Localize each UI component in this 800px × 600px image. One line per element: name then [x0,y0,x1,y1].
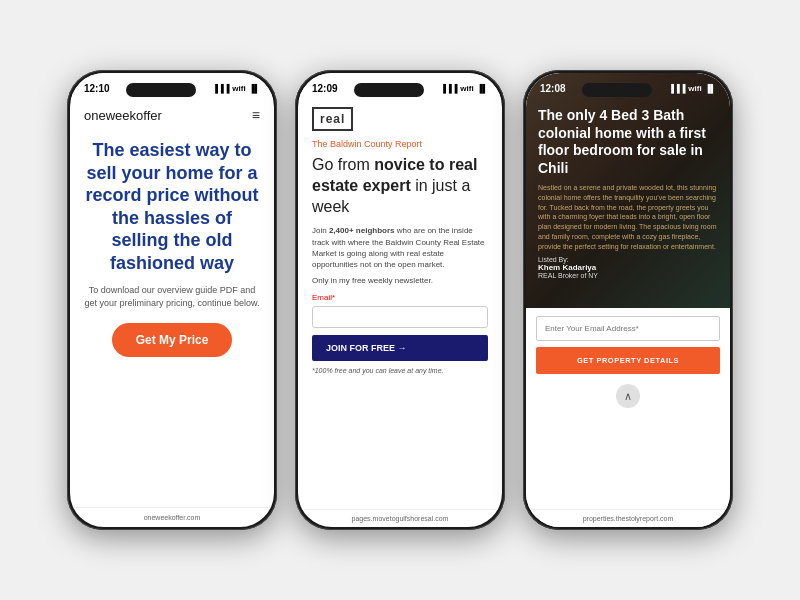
phone3-headline: The only 4 Bed 3 Bath colonial home with… [538,107,718,177]
join-free-button[interactable]: JOIN FOR FREE → [312,335,488,361]
battery-icon-3: ▐▌ [705,84,716,93]
phone2-footer: pages.movetogulfshoresal.com [298,509,502,527]
phone2-disclaimer: *100% free and you can leave at any time… [312,367,488,374]
desc-highlight: family room [552,233,588,240]
wifi-icon: wifi [232,84,245,93]
signal-icon: ▐▐▐ [212,84,229,93]
status-bar-2: 12:09 ▐▐▐ wifi ▐▌ [298,73,502,99]
phone3-text-area: The only 4 Bed 3 Bath colonial home with… [526,99,730,308]
status-time-3: 12:08 [540,83,566,94]
real-logo: real [312,107,353,131]
phones-container: 12:10 ▐▐▐ wifi ▐▌ oneweekoffer ≡ The eas… [47,50,753,550]
dynamic-island-2 [354,83,424,97]
phone1-url: oneweekoffer.com [144,514,201,521]
agent-title: REAL Broker of NY [538,272,598,279]
report-highlight: Report [395,139,422,149]
get-property-details-button[interactable]: GET PROPERTY DETAILS [536,347,720,374]
status-time-2: 12:09 [312,83,338,94]
phone3-description: Nestled on a serene and private wooded l… [538,183,718,252]
status-bar-3: 12:08 ▐▐▐ wifi ▐▌ [526,73,730,99]
phone1-content: oneweekoffer ≡ The easiest way to sell y… [70,99,274,527]
phone3-form-area: GET PROPERTY DETAILS ∧ [526,308,730,509]
body-text: Join [312,226,329,235]
phone2-content: real The Baldwin County Report Go from n… [298,99,502,509]
phone1-logo: oneweekoffer [84,108,162,123]
status-icons-3: ▐▐▐ wifi ▐▌ [668,84,716,93]
phone2-headline: Go from novice to real estate expert in … [312,155,488,217]
listed-by: Listed By: [538,256,569,263]
phone-3: 12:08 ▐▐▐ wifi ▐▌ The only 4 Bed 3 Bath … [523,70,733,530]
headline-plain: Go from [312,156,374,173]
battery-icon: ▐▌ [249,84,260,93]
status-time-1: 12:10 [84,83,110,94]
report-prefix: The Baldwin County [312,139,395,149]
desc-part1: Nestled on a serene and private wooded l… [538,184,716,240]
agent-name: Khem Kadariya [538,263,718,272]
battery-icon-2: ▐▌ [477,84,488,93]
status-icons-2: ▐▐▐ wifi ▐▌ [440,84,488,93]
phone2-body: Join 2,400+ neighbors who are on the ins… [312,225,488,270]
phone1-main: The easiest way to sell your home for a … [70,131,274,507]
phone1-headline: The easiest way to sell your home for a … [84,139,260,274]
phone3-url: properties.thestolyreport.com [583,515,674,522]
phone3-footer: properties.thestolyreport.com [526,509,730,527]
phone3-agent: Listed By: Khem Kadariya REAL Broker of … [538,256,718,279]
report-label: The Baldwin County Report [312,139,488,149]
status-icons-1: ▐▐▐ wifi ▐▌ [212,84,260,93]
phone2-url: pages.movetogulfshoresal.com [352,515,449,522]
dynamic-island-1 [126,83,196,97]
wifi-icon-2: wifi [460,84,473,93]
scroll-up-button[interactable]: ∧ [536,380,720,412]
phone2-body2: Only in my free weekly newsletter. [312,276,488,285]
phone3-content: The only 4 Bed 3 Bath colonial home with… [526,99,730,527]
real-logo-text: real [320,112,345,126]
phone1-subtext: To download our overview guide PDF and g… [84,284,260,309]
logo-first: oneweek [84,108,136,123]
logo-second: offer [136,108,162,123]
wifi-icon-3: wifi [688,84,701,93]
email-label-text: Email [312,293,332,302]
phone1-header: oneweekoffer ≡ [70,99,274,131]
body-bold: 2,400+ neighbors [329,226,395,235]
phone3-email-input[interactable] [536,316,720,341]
required-marker: * [332,293,335,302]
phone2-email-label: Email* [312,293,488,302]
menu-icon[interactable]: ≡ [252,107,260,123]
signal-icon-2: ▐▐▐ [440,84,457,93]
phone1-footer: oneweekoffer.com [70,507,274,527]
status-bar-1: 12:10 ▐▐▐ wifi ▐▌ [70,73,274,99]
phone-1: 12:10 ▐▐▐ wifi ▐▌ oneweekoffer ≡ The eas… [67,70,277,530]
signal-icon-3: ▐▐▐ [668,84,685,93]
phone-2: 12:09 ▐▐▐ wifi ▐▌ real The Baldwin Count… [295,70,505,530]
get-my-price-button[interactable]: Get My Price [112,323,233,357]
dynamic-island-3 [582,83,652,97]
chevron-up-icon: ∧ [616,384,640,408]
phone2-email-input[interactable] [312,306,488,328]
